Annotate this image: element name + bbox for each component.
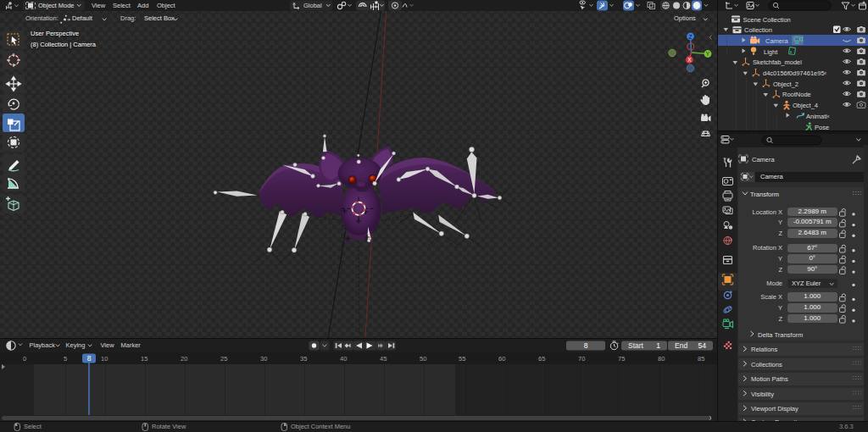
svg-text:8: 8	[87, 354, 92, 363]
svg-text:Start: Start	[628, 341, 644, 350]
svg-text:X: X	[687, 57, 692, 63]
svg-text:8: 8	[584, 341, 588, 350]
svg-text:Y: Y	[706, 51, 710, 57]
svg-text:End: End	[675, 341, 687, 350]
svg-text:54: 54	[698, 341, 707, 350]
svg-text:Z: Z	[689, 34, 693, 40]
svg-text:1: 1	[656, 341, 660, 350]
